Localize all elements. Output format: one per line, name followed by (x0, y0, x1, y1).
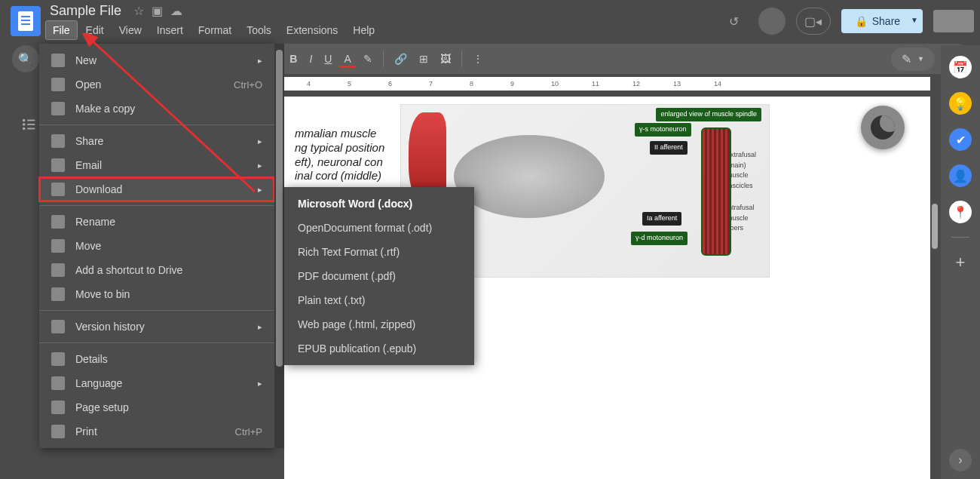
search-icon[interactable]: 🔍 (12, 45, 39, 72)
editing-mode-button[interactable]: ✎ ▼ (891, 48, 935, 71)
insert-image-button[interactable]: 🖼 (436, 50, 455, 68)
menu-item-share[interactable]: Share▸ (39, 129, 274, 153)
submenu-arrow-icon: ▸ (258, 322, 262, 332)
menu-item-new[interactable]: New▸ (39, 48, 274, 72)
menu-insert[interactable]: Insert (150, 21, 190, 39)
menu-item-label: Move (75, 240, 101, 252)
calendar-icon[interactable]: 📅 (949, 56, 972, 78)
download-option-docx[interactable]: Microsoft Word (.docx) (284, 192, 474, 216)
menu-shortcut: Ctrl+O (234, 79, 262, 91)
menu-item-make-a-copy[interactable]: Make a copy (39, 97, 274, 121)
submenu-arrow-icon: ▸ (258, 161, 262, 170)
menu-item-add-a-shortcut-to-drive[interactable]: Add a shortcut to Drive (39, 258, 274, 282)
svg-point-4 (23, 128, 25, 130)
star-icon[interactable]: ☆ (133, 4, 144, 18)
share-button[interactable]: 🔒 Share (841, 9, 914, 33)
menu-separator (39, 342, 274, 343)
text-color-button[interactable]: A (339, 50, 355, 68)
menu-item-label: New (75, 54, 96, 66)
menu-item-print[interactable]: PrintCtrl+P (39, 419, 274, 444)
download-option-html[interactable]: Web page (.html, zipped) (284, 312, 474, 336)
menu-item-open[interactable]: OpenCtrl+O (39, 72, 274, 97)
menu-edit[interactable]: Edit (79, 21, 111, 39)
docs-logo[interactable] (11, 6, 41, 36)
menu-separator (39, 124, 274, 125)
sidebar-separator (951, 237, 969, 238)
underline-button[interactable]: U (320, 50, 336, 68)
menu-item-label: Version history (75, 321, 145, 333)
download-option-odt[interactable]: OpenDocument format (.odt) (284, 216, 474, 240)
hide-sidepanel-icon[interactable]: › (949, 449, 972, 471)
document-title[interactable]: Sample File (45, 2, 126, 20)
menu-item-details[interactable]: Details (39, 347, 274, 371)
menu-view[interactable]: View (112, 21, 149, 39)
submenu-arrow-icon: ▸ (258, 185, 262, 195)
maps-icon[interactable]: 📍 (949, 201, 972, 223)
menu-item-label: Email (75, 159, 102, 171)
menu-item-label: Download (75, 183, 122, 195)
menu-format[interactable]: Format (191, 21, 238, 39)
insert-link-button[interactable]: 🔗 (390, 50, 412, 68)
menu-item-label: Make a copy (75, 103, 135, 115)
menu-item-page-setup[interactable]: Page setup (39, 395, 274, 419)
menu-item-icon (51, 239, 65, 253)
menu-item-version-history[interactable]: Version history▸ (39, 315, 274, 339)
menubar: File Edit View Insert Format Tools Exten… (45, 20, 721, 41)
menu-item-language[interactable]: Language▸ (39, 371, 274, 395)
menu-item-label: Print (75, 425, 97, 438)
app-header: Sample File ☆ ▣ ☁ File Edit View Insert … (0, 0, 980, 42)
menu-item-download[interactable]: Download▸ (39, 177, 274, 201)
insert-comment-button[interactable]: ⊞ (415, 50, 433, 68)
menu-scrollbar-thumb[interactable] (276, 50, 283, 367)
figure-caption-line: ng typical position (295, 141, 384, 155)
bold-button[interactable]: B (285, 50, 302, 68)
menu-item-email[interactable]: Email▸ (39, 153, 274, 177)
svg-point-2 (23, 124, 25, 125)
download-option-pdf[interactable]: PDF document (.pdf) (284, 264, 474, 288)
figure-caption-line: mmalian muscle (295, 127, 384, 141)
menu-file[interactable]: File (45, 20, 78, 40)
menu-item-move-to-bin[interactable]: Move to bin (39, 282, 274, 306)
download-option-txt[interactable]: Plain text (.txt) (284, 288, 474, 312)
download-submenu: Microsoft Word (.docx)OpenDocument forma… (284, 187, 474, 365)
ruler[interactable]: 4 5 6 7 8 9 10 11 12 13 14 (284, 77, 930, 91)
tasks-icon[interactable]: ✔ (949, 128, 972, 151)
menu-item-icon (51, 215, 65, 229)
submenu-arrow-icon: ▸ (258, 56, 262, 66)
collaborator-avatar[interactable] (758, 8, 786, 35)
menu-item-icon (51, 376, 65, 390)
menu-help[interactable]: Help (346, 21, 381, 39)
menu-shortcut: Ctrl+P (235, 426, 262, 438)
highlight-button[interactable]: ✎ (359, 50, 377, 68)
meet-icon[interactable]: ▢◂ (796, 8, 831, 35)
menu-tools[interactable]: Tools (240, 21, 278, 39)
menu-item-label: Open (75, 78, 101, 91)
history-icon[interactable]: ↺ (721, 8, 748, 35)
menu-extensions[interactable]: Extensions (280, 21, 345, 39)
keep-icon[interactable]: 💡 (949, 92, 972, 115)
menu-item-icon (51, 102, 65, 115)
menu-item-move[interactable]: Move (39, 234, 274, 258)
svg-point-0 (23, 120, 25, 121)
outline-toggle-icon[interactable] (21, 116, 38, 136)
dark-mode-badge[interactable] (861, 106, 905, 149)
menu-item-icon (51, 401, 65, 414)
contacts-icon[interactable]: 👤 (949, 164, 972, 187)
menu-item-icon (51, 425, 65, 438)
more-options-button[interactable]: ⋮ (468, 50, 488, 68)
italic-button[interactable]: I (305, 50, 317, 68)
scrollbar-thumb[interactable] (932, 204, 938, 249)
move-folder-icon[interactable]: ▣ (152, 4, 163, 18)
download-option-epub[interactable]: EPUB publication (.epub) (284, 336, 474, 361)
account-placeholder[interactable] (933, 10, 974, 32)
menu-item-icon (51, 54, 65, 67)
menu-item-icon (51, 287, 65, 301)
menu-item-rename[interactable]: Rename (39, 210, 274, 234)
add-on-plus-icon[interactable]: + (949, 251, 972, 274)
download-option-rtf[interactable]: Rich Text Format (.rtf) (284, 240, 474, 264)
menu-item-icon (51, 158, 65, 172)
cloud-status-icon[interactable]: ☁ (170, 4, 182, 18)
share-dropdown-caret[interactable]: ▼ (906, 9, 923, 33)
menu-item-label: Language (75, 377, 122, 389)
submenu-arrow-icon: ▸ (258, 379, 262, 388)
